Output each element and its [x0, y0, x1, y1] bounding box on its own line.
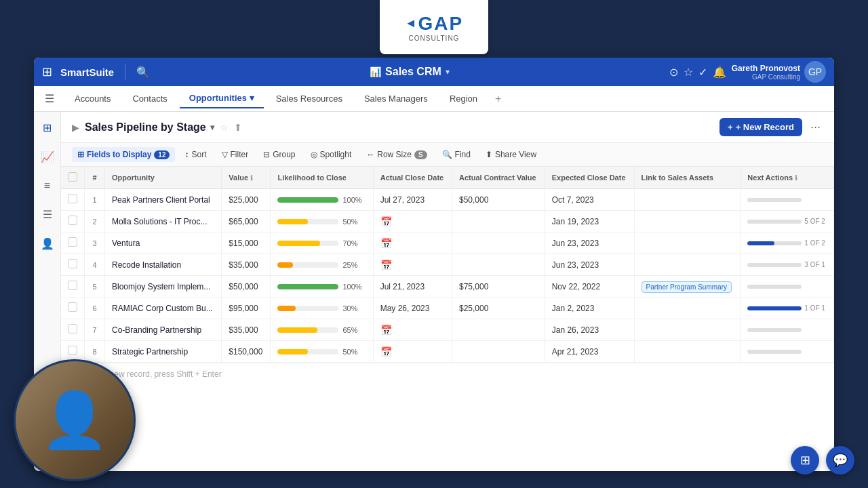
tab-contacts[interactable]: Contacts — [123, 89, 176, 108]
actions-progress-bar — [747, 198, 802, 202]
next-actions-bar — [747, 198, 827, 202]
col-sales-assets[interactable]: Link to Sales Assets — [634, 167, 741, 189]
sidebar-list-icon[interactable]: ☰ — [40, 205, 55, 224]
table-header-row: # Opportunity Value ℹ Likelihood to Clos… — [61, 167, 834, 189]
row-number: 8 — [85, 341, 105, 363]
row-expected-close-date: Jan 2, 2023 — [545, 298, 634, 319]
row-checkbox-cell — [61, 232, 85, 254]
nav-icon-1[interactable]: ⊙ — [669, 66, 678, 79]
asset-badge[interactable]: Partner Program Summary — [642, 281, 732, 293]
nav-brand[interactable]: SmartSuite — [60, 66, 114, 78]
tab-sales-resources[interactable]: Sales Resources — [267, 89, 352, 108]
row-next-actions — [741, 189, 834, 211]
content-area: ▶ Sales Pipeline by Stage ▾ ☆ ⬆ + + New … — [61, 112, 834, 471]
header-checkbox[interactable] — [68, 172, 77, 182]
likelihood-progress: 100% — [277, 283, 366, 291]
tab-sales-managers[interactable]: Sales Managers — [355, 89, 437, 108]
table-body: 1Peak Partners Client Portal$25,000 100%… — [61, 189, 834, 363]
next-actions-bar: 5 OF 2 — [747, 218, 827, 225]
table-row[interactable]: 3Ventura$15,000 70% 📅Jun 23, 2023 1 OF 2 — [61, 232, 834, 254]
col-opportunity[interactable]: Opportunity — [105, 167, 222, 189]
row-checkbox[interactable] — [68, 237, 77, 247]
row-opportunity[interactable]: Molla Solutions - IT Proc... — [105, 211, 222, 232]
tab-region[interactable]: Region — [440, 89, 487, 108]
view-star-icon[interactable]: ☆ — [220, 122, 229, 133]
row-actual-contract-value: $75,000 — [452, 276, 545, 298]
sort-button[interactable]: ↕ Sort — [179, 147, 212, 162]
actions-label: 1 OF 2 — [804, 239, 825, 247]
collapse-button[interactable]: ▶ — [72, 122, 79, 133]
table-row[interactable]: 2Molla Solutions - IT Proc...$65,000 50%… — [61, 211, 834, 232]
table-row[interactable]: 4Recode Installation$35,000 25% 📅Jun 23,… — [61, 254, 834, 276]
search-icon[interactable]: 🔍 — [136, 66, 150, 79]
row-expected-close-date: Jan 26, 2023 — [545, 319, 634, 341]
likelihood-fill — [277, 197, 338, 203]
col-next-actions[interactable]: Next Actions ℹ — [741, 167, 834, 189]
row-opportunity[interactable]: Strategic Partnership — [105, 341, 222, 363]
spotlight-button[interactable]: ◎ Spotlight — [305, 147, 357, 162]
find-button[interactable]: 🔍 Find — [437, 147, 476, 162]
sidebar-chart-icon[interactable]: 📈 — [38, 148, 57, 166]
row-opportunity[interactable]: Co-Branding Partnership — [105, 319, 222, 341]
filter-button[interactable]: ▽ Filter — [216, 147, 254, 162]
row-checkbox[interactable] — [68, 346, 77, 355]
col-num: # — [85, 167, 105, 189]
table-row[interactable]: 8Strategic Partnership$150,000 50% 📅Apr … — [61, 341, 834, 363]
row-checkbox[interactable] — [68, 324, 77, 333]
row-actual-contract-value — [452, 232, 545, 254]
add-row[interactable]: + To add new record, press Shift + Enter — [61, 363, 834, 385]
row-checkbox[interactable] — [68, 194, 77, 203]
tab-accounts[interactable]: Accounts — [65, 89, 120, 108]
row-opportunity[interactable]: Peak Partners Client Portal — [105, 189, 222, 211]
col-likelihood[interactable]: Likelihood to Close — [271, 167, 373, 189]
row-size-button[interactable]: ↔ Row Size S — [361, 147, 432, 162]
grid-help-button[interactable]: ⊞ — [791, 446, 819, 474]
table-row[interactable]: 1Peak Partners Client Portal$25,000 100%… — [61, 189, 834, 211]
col-value[interactable]: Value ℹ — [222, 167, 271, 189]
nav-icon-4[interactable]: 🔔 — [713, 66, 726, 79]
more-options-icon[interactable]: ··· — [808, 117, 823, 137]
row-checkbox[interactable] — [68, 216, 77, 225]
view-share-icon[interactable]: ⬆ — [234, 122, 242, 133]
row-opportunity[interactable]: Recode Installation — [105, 254, 222, 276]
table-row[interactable]: 6RAMIAC Corp Custom Bu...$95,000 30% May… — [61, 298, 834, 319]
col-expected-close[interactable]: Expected Close Date — [545, 167, 634, 189]
row-checkbox[interactable] — [68, 302, 77, 312]
row-value: $35,000 — [222, 254, 271, 276]
next-actions-bar — [747, 285, 827, 289]
row-checkbox[interactable] — [68, 281, 77, 290]
new-record-button[interactable]: + + New Record — [719, 118, 802, 136]
tab-opportunities[interactable]: Opportunities ▾ — [180, 89, 264, 108]
row-opportunity[interactable]: RAMIAC Corp Custom Bu... — [105, 298, 222, 319]
chat-button[interactable]: 💬 — [826, 446, 854, 474]
row-checkbox[interactable] — [68, 259, 77, 268]
col-contract-value[interactable]: Actual Contract Value — [452, 167, 545, 189]
nav-user[interactable]: Gareth Pronovost GAP Consulting GP — [732, 61, 826, 83]
nav-dropdown-arrow-icon[interactable]: ▾ — [446, 67, 450, 77]
spotlight-icon: ◎ — [311, 150, 317, 159]
row-opportunity[interactable]: Bloomjoy System Implem... — [105, 276, 222, 298]
sidebar-filter-icon[interactable]: ≡ — [41, 177, 53, 195]
sidebar-user-icon[interactable]: 👤 — [38, 235, 57, 253]
col-actual-close[interactable]: Actual Close Date — [373, 167, 452, 189]
row-opportunity[interactable]: Ventura — [105, 232, 222, 254]
table-row[interactable]: 7Co-Branding Partnership$35,000 65% 📅Jan… — [61, 319, 834, 341]
likelihood-label: 70% — [342, 239, 364, 247]
row-checkbox-cell — [61, 298, 85, 319]
sidebar-table-icon[interactable]: ⊞ — [40, 119, 54, 137]
fields-button[interactable]: ⊞ Fields to Display 12 — [72, 147, 175, 162]
likelihood-label: 50% — [342, 348, 364, 356]
actions-fill — [747, 241, 774, 245]
table-row[interactable]: 5Bloomjoy System Implem...$50,000 100% J… — [61, 276, 834, 298]
tab-add-button[interactable]: + — [490, 90, 507, 108]
share-view-button[interactable]: ⬆ Share View — [480, 147, 542, 162]
nav-right: ⊙ ☆ ✓ 🔔 Gareth Pronovost GAP Consulting … — [669, 61, 826, 83]
actions-label: 3 OF 1 — [804, 261, 825, 268]
group-button[interactable]: ⊟ Group — [258, 147, 300, 162]
view-title-dropdown-icon[interactable]: ▾ — [210, 123, 214, 132]
grid-icon[interactable]: ⊞ — [42, 64, 52, 79]
nav-icon-2[interactable]: ☆ — [684, 66, 693, 79]
actions-progress-bar — [747, 241, 802, 245]
nav-icon-3[interactable]: ✓ — [698, 66, 707, 79]
hamburger-icon[interactable]: ☰ — [42, 89, 57, 108]
